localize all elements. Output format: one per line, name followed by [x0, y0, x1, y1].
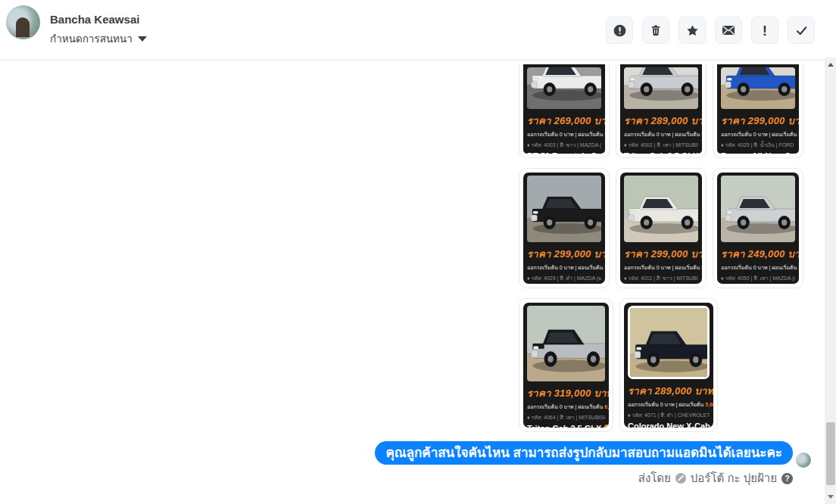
- car-photo: [624, 176, 698, 242]
- verified-check-badge-icon: ✓: [604, 425, 609, 428]
- car-photo: [527, 67, 601, 109]
- car-card: ราคา 289,000 บาท ออกรถเริ่มต้น 0 บาท | ผ…: [620, 64, 702, 154]
- car-listing-image[interactable]: ราคา 299,000 บาท ออกรถเริ่มต้น 0 บาท | ผ…: [519, 168, 610, 288]
- car-code-line: ♦ รหัส: 4011 | สี: ขาว | MITSUBISHI (มิต…: [624, 274, 698, 282]
- mark-done-button[interactable]: [788, 17, 815, 44]
- car-model-name: Ranger All-New Open ✓: [721, 151, 795, 154]
- help-icon[interactable]: ?: [781, 473, 793, 484]
- car-price: ราคา 299,000 บาท: [624, 246, 698, 262]
- car-photo-frame: [527, 306, 605, 381]
- verified-check-badge-icon: ✓: [700, 152, 702, 154]
- conversation-schedule-dropdown[interactable]: กำหนดการสนทนา: [50, 30, 147, 47]
- sent-by-line: ส่งโดย ปอร์โต้ กะ ปุยฝ้าย ?: [638, 469, 793, 487]
- chevron-down-icon: [138, 36, 147, 42]
- installment-amount: 5,673: [701, 265, 702, 270]
- scroll-down-arrow[interactable]: [825, 491, 836, 502]
- car-listing-image-grid: ราคา 269,000 บาท ออกรถเริ่มต้น 0 บาท | ผ…: [519, 64, 806, 432]
- outgoing-message-bubble[interactable]: คุณลูกค้าสนใจคันไหน สามารถส่งรูปกลับมาสอ…: [375, 441, 793, 465]
- flag-important-button[interactable]: !: [751, 17, 778, 44]
- car-photo: [721, 176, 795, 242]
- report-icon: [613, 24, 626, 37]
- car-listing-image[interactable]: ราคา 269,000 บาท ออกรถเริ่มต้น 0 บาท | ผ…: [519, 64, 610, 158]
- delete-button[interactable]: [642, 17, 669, 44]
- car-model-name: BT-50 Freestyle Cab ✓: [527, 151, 601, 154]
- car-card: ราคา 269,000 บาท ออกรถเริ่มต้น 0 บาท | ผ…: [523, 64, 605, 154]
- car-model-name: Triton Cab 2.5 GLX ✓: [527, 424, 605, 428]
- automation-badge-icon: [675, 473, 686, 484]
- car-photo: [624, 67, 698, 109]
- installment-amount: 5,004: [798, 265, 799, 270]
- check-icon: [795, 24, 808, 37]
- car-finance-line: ออกรถเริ่มต้น 0 บาท | ผ่อนเริ่มต้น 5,859…: [721, 130, 795, 138]
- car-listing-image[interactable]: ราคา 319,000 บาท ออกรถเริ่มต้น 0 บาท | ผ…: [519, 298, 613, 432]
- car-finance-line: ออกรถเริ่มต้น 0 บาท | ผ่อนเริ่มต้น 6,052…: [527, 403, 605, 411]
- scrollbar-thumb[interactable]: [826, 422, 835, 485]
- car-price: ราคา 299,000 บาท: [721, 113, 795, 129]
- pin-icon: ♦: [624, 142, 627, 148]
- car-photo-frame: [624, 67, 698, 109]
- car-photo: [527, 176, 601, 242]
- car-finance-line: ออกรถเริ่มต้น 0 บาท | ผ่อนเริ่มต้น 5,663…: [624, 130, 698, 138]
- car-listing-image[interactable]: ราคา 289,000 บาท ออกรถเริ่มต้น 0 บาท | ผ…: [619, 298, 718, 432]
- car-code-line: ♦ รหัส: 4003 | สี: ขาว | MAZDA (มาสด้า): [527, 141, 601, 149]
- contact-avatar[interactable]: [6, 5, 40, 39]
- car-code-line: ♦ รหัส: 4025 | สี: น้ำเงิน | FORD (ฟอร์ด…: [721, 141, 795, 149]
- car-code-line: ♦ รหัส: 4002 | สี: เทา | MITSUBISHI (มิต…: [624, 141, 698, 149]
- pin-icon: ♦: [527, 142, 530, 148]
- car-photo: [527, 306, 605, 381]
- installment-amount: 5,859: [798, 132, 799, 137]
- car-card: ราคา 299,000 บาท ออกรถเริ่มต้น 0 บาท | ผ…: [620, 173, 702, 284]
- mark-unread-button[interactable]: [715, 17, 742, 44]
- vertical-scrollbar[interactable]: [825, 58, 836, 504]
- pin-icon: ♦: [721, 142, 724, 148]
- car-card: ราคา 249,000 บาท ออกรถเริ่มต้น 0 บาท | ผ…: [717, 173, 799, 284]
- scroll-up-arrow[interactable]: [825, 59, 836, 70]
- star-button[interactable]: [678, 17, 706, 44]
- car-card: ราคา 299,000 บาท ออกรถเริ่มต้น 0 บาท | ผ…: [523, 173, 605, 284]
- car-card: ราคา 319,000 บาท ออกรถเริ่มต้น 0 บาท | ผ…: [523, 303, 609, 428]
- report-button[interactable]: [606, 17, 633, 44]
- sender-page-name: ปอร์โต้ กะ ปุยฝ้าย: [691, 469, 777, 487]
- installment-amount: 6,052: [604, 404, 609, 409]
- car-code-line: ♦ รหัส: 4050 | สี: เทา | MAZDA (มาสด้า): [721, 274, 795, 282]
- car-card: ราคา 289,000 บาท ออกรถเริ่มต้น 0 บาท | ผ…: [624, 303, 713, 428]
- car-listing-image[interactable]: ราคา 299,000 บาท ออกรถเริ่มต้น 0 บาท | ผ…: [616, 168, 707, 288]
- trash-icon: [650, 24, 662, 36]
- car-listing-image[interactable]: ราคา 289,000 บาท ออกรถเริ่มต้น 0 บาท | ผ…: [616, 64, 707, 158]
- installment-amount: 5,859: [604, 265, 605, 270]
- car-photo: [721, 67, 795, 109]
- car-finance-line: ออกรถเริ่มต้น 0 บาท | ผ่อนเริ่มต้น 5,663…: [628, 400, 710, 409]
- car-photo-frame: [527, 67, 601, 109]
- car-price: ราคา 269,000 บาท: [527, 113, 601, 129]
- car-listing-image[interactable]: ราคา 299,000 บาท ออกรถเริ่มต้น 0 บาท | ผ…: [713, 64, 803, 158]
- car-photo: [630, 308, 710, 379]
- mark-unread-icon: [722, 24, 735, 36]
- car-finance-line: ออกรถเริ่มต้น 0 บาท | ผ่อนเริ่มต้น 5,406…: [527, 130, 601, 138]
- car-finance-line: ออกรถเริ่มต้น 0 บาท | ผ่อนเริ่มต้น 5,859…: [527, 263, 601, 272]
- sent-by-prefix: ส่งโดย: [638, 469, 671, 487]
- car-listing-image[interactable]: ราคา 249,000 บาท ออกรถเริ่มต้น 0 บาท | ผ…: [713, 168, 803, 288]
- header-action-toolbar: !: [606, 17, 815, 44]
- car-photo-frame: [721, 176, 795, 242]
- pin-icon: ♦: [527, 415, 530, 420]
- car-price: ราคา 289,000 บาท: [624, 113, 698, 129]
- car-finance-line: ออกรถเริ่มต้น 0 บาท | ผ่อนเริ่มต้น 5,673…: [624, 263, 698, 272]
- seen-avatar: [796, 453, 811, 468]
- conversation-schedule-label: กำหนดการสนทนา: [50, 30, 133, 47]
- car-photo-frame: [624, 176, 698, 242]
- installment-amount: 5,663: [705, 402, 713, 407]
- car-price: ราคา 249,000 บาท: [721, 246, 795, 262]
- pin-icon: ♦: [628, 412, 631, 418]
- car-photo-frame: [527, 176, 601, 242]
- installment-amount: 5,663: [701, 132, 702, 137]
- pin-icon: ♦: [527, 275, 530, 281]
- car-model-name: Triton Cab 2.5 GLX ✓: [624, 151, 698, 154]
- exclamation-icon: !: [763, 23, 767, 38]
- car-code-line: ♦ รหัส: 4071 | สี: ดำ | CHEVROLET (เชฟโร…: [628, 411, 710, 419]
- installment-amount: 5,406: [604, 132, 605, 137]
- car-model-name: Colorado New X-Cab 2.5 ✓: [628, 422, 710, 428]
- car-finance-line: ออกรถเริ่มต้น 0 บาท | ผ่อนเริ่มต้น 5,004…: [721, 263, 795, 272]
- car-price: ราคา 289,000 บาท: [628, 383, 710, 399]
- contact-name: Bancha Keawsai: [50, 13, 139, 26]
- pin-icon: ♦: [721, 275, 724, 281]
